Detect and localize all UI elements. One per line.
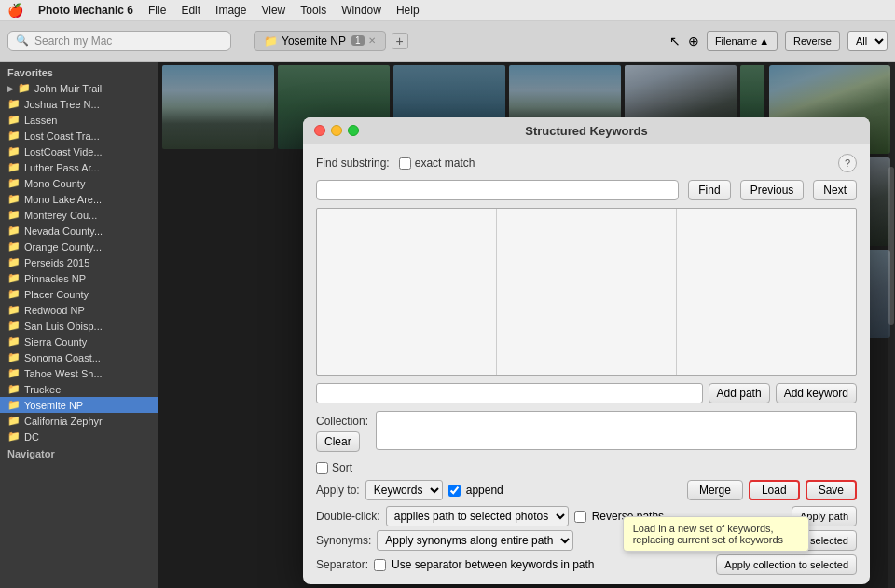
next-button[interactable]: Next bbox=[813, 180, 857, 200]
search-placeholder: Search my Mac bbox=[34, 34, 112, 48]
folder-icon: 📁 bbox=[7, 130, 21, 142]
minimize-button[interactable] bbox=[331, 125, 342, 136]
action-buttons: Merge Load Load in a new set of keywords… bbox=[687, 480, 857, 500]
sidebar-item-17[interactable]: 📁Sonoma Coast... bbox=[0, 349, 158, 365]
collection-row: Collection: Clear bbox=[316, 411, 857, 452]
previous-button[interactable]: Previous bbox=[740, 180, 805, 200]
add-path-button[interactable]: Add path bbox=[709, 383, 770, 403]
folder-icon: 📁 bbox=[7, 304, 21, 316]
reverse-paths-checkbox[interactable] bbox=[574, 511, 586, 523]
clear-button[interactable]: Clear bbox=[316, 431, 360, 452]
sidebar-item-12[interactable]: 📁Pinnacles NP bbox=[0, 270, 158, 286]
apply-collection-button[interactable]: Apply collection to selected bbox=[716, 554, 857, 575]
sidebar-item-3[interactable]: 📁Lost Coast Tra... bbox=[0, 128, 158, 144]
collection-input[interactable] bbox=[376, 411, 857, 450]
sidebar-item-4[interactable]: 📁LostCoast Vide... bbox=[0, 144, 158, 159]
path-input[interactable] bbox=[316, 383, 703, 403]
separator-checkbox[interactable] bbox=[374, 559, 386, 571]
find-substring-label: Find substring: bbox=[316, 157, 390, 170]
help-button[interactable]: ? bbox=[838, 154, 857, 172]
close-button[interactable] bbox=[314, 125, 325, 136]
folder-icon: 📁 bbox=[7, 98, 21, 110]
tab-area: 📁 Yosemite NP 1 ✕ + bbox=[254, 31, 408, 51]
separator-label: Separator: bbox=[316, 558, 368, 571]
load-button[interactable]: Load bbox=[749, 480, 800, 500]
sidebar-item-11[interactable]: 📁Perseids 2015 bbox=[0, 254, 158, 270]
tab-count: 1 bbox=[351, 35, 365, 46]
double-click-select[interactable]: applies path to selected photos bbox=[386, 506, 569, 526]
sidebar-item-label: Mono County bbox=[24, 178, 85, 189]
find-input[interactable] bbox=[316, 180, 679, 200]
sidebar-item-1[interactable]: 📁Joshua Tree N... bbox=[0, 96, 158, 112]
sidebar-item-7[interactable]: 📁Mono Lake Are... bbox=[0, 191, 158, 207]
sidebar-item-label: Lassen bbox=[24, 115, 57, 126]
tab-close-icon[interactable]: ✕ bbox=[368, 35, 376, 46]
filename-label: Filename bbox=[715, 35, 757, 47]
sidebar-item-14[interactable]: 📁Redwood NP bbox=[0, 302, 158, 318]
menu-tools[interactable]: Tools bbox=[300, 4, 326, 17]
exact-match-checkbox[interactable] bbox=[399, 157, 411, 170]
append-checkbox[interactable] bbox=[448, 485, 461, 497]
sidebar-item-label: Lost Coast Tra... bbox=[24, 130, 100, 142]
tab-yosemite[interactable]: 📁 Yosemite NP 1 ✕ bbox=[254, 31, 386, 51]
sidebar-item-10[interactable]: 📁Orange County... bbox=[0, 239, 158, 254]
menu-window[interactable]: Window bbox=[341, 4, 381, 17]
tab-folder-icon: 📁 bbox=[264, 34, 278, 48]
menu-image[interactable]: Image bbox=[215, 4, 246, 17]
cursor-tool[interactable]: ↖ bbox=[669, 34, 681, 48]
apple-menu[interactable]: 🍎 bbox=[7, 3, 23, 18]
sidebar-item-22[interactable]: 📁DC bbox=[0, 429, 158, 444]
menu-help[interactable]: Help bbox=[396, 4, 420, 17]
tab-label: Yosemite NP bbox=[282, 34, 346, 48]
search-bar[interactable]: 🔍 Search my Mac bbox=[7, 31, 231, 51]
folder-icon: 📁 bbox=[7, 225, 21, 237]
add-keyword-button[interactable]: Add keyword bbox=[776, 383, 857, 403]
find-button[interactable]: Find bbox=[688, 180, 730, 200]
main-layout: Favorites ▶📁John Muir Trail📁Joshua Tree … bbox=[0, 62, 895, 588]
sidebar-item-label: Sierra County bbox=[24, 336, 87, 348]
sidebar-item-label: Yosemite NP bbox=[24, 400, 83, 411]
save-button[interactable]: Save bbox=[806, 480, 857, 500]
sidebar-item-label: Redwood NP bbox=[24, 305, 85, 316]
folder-icon: 📁 bbox=[7, 114, 21, 126]
zoom-tool[interactable]: ⊕ bbox=[688, 34, 699, 48]
sidebar-item-16[interactable]: 📁Sierra County bbox=[0, 334, 158, 349]
sidebar-item-18[interactable]: 📁Tahoe West Sh... bbox=[0, 365, 158, 381]
sidebar-item-label: California Zephyr bbox=[24, 416, 103, 427]
sidebar-item-19[interactable]: 📁Truckee bbox=[0, 381, 158, 397]
synonyms-select[interactable]: Apply synonyms along entire path bbox=[377, 530, 573, 551]
traffic-lights bbox=[314, 125, 359, 136]
sort-checkbox[interactable] bbox=[316, 462, 328, 474]
filename-sort[interactable]: Filename ▲ bbox=[707, 31, 778, 51]
maximize-button[interactable] bbox=[348, 125, 359, 136]
sidebar-item-label: Orange County... bbox=[24, 241, 102, 253]
sidebar-item-13[interactable]: 📁Placer County bbox=[0, 286, 158, 302]
modal-titlebar: Structured Keywords bbox=[303, 117, 870, 144]
merge-button[interactable]: Merge bbox=[687, 480, 743, 500]
keyword-col-1[interactable] bbox=[317, 209, 497, 375]
keyword-col-3[interactable] bbox=[677, 209, 856, 375]
add-tab-button[interactable]: + bbox=[392, 33, 408, 49]
filter-select[interactable]: All bbox=[847, 31, 888, 51]
apply-to-select[interactable]: Keywords bbox=[365, 480, 443, 500]
menu-view[interactable]: View bbox=[261, 4, 285, 17]
find-row: Find substring: exact match ? bbox=[316, 154, 857, 172]
sidebar-item-9[interactable]: 📁Nevada County... bbox=[0, 223, 158, 239]
sidebar-item-15[interactable]: 📁San Luis Obisp... bbox=[0, 318, 158, 334]
folder-icon: 📁 bbox=[7, 256, 21, 268]
structured-keywords-modal: Structured Keywords Find substring: exac… bbox=[303, 117, 870, 584]
reverse-sort[interactable]: Reverse bbox=[785, 31, 840, 51]
sidebar-item-21[interactable]: 📁California Zephyr bbox=[0, 413, 158, 429]
sidebar-item-5[interactable]: 📁Luther Pass Ar... bbox=[0, 159, 158, 175]
menu-file[interactable]: File bbox=[148, 4, 166, 17]
app-name[interactable]: Photo Mechanic 6 bbox=[38, 4, 133, 17]
sidebar-item-8[interactable]: 📁Monterey Cou... bbox=[0, 207, 158, 223]
menu-edit[interactable]: Edit bbox=[181, 4, 200, 17]
sidebar-item-0[interactable]: ▶📁John Muir Trail bbox=[0, 80, 158, 96]
sidebar-item-6[interactable]: 📁Mono County bbox=[0, 175, 158, 191]
folder-icon: 📁 bbox=[7, 320, 21, 332]
sidebar-item-2[interactable]: 📁Lassen bbox=[0, 112, 158, 128]
sidebar-item-20[interactable]: 📁Yosemite NP bbox=[0, 397, 158, 413]
keyword-col-2[interactable] bbox=[497, 209, 677, 375]
collection-label: Collection: bbox=[316, 411, 368, 428]
